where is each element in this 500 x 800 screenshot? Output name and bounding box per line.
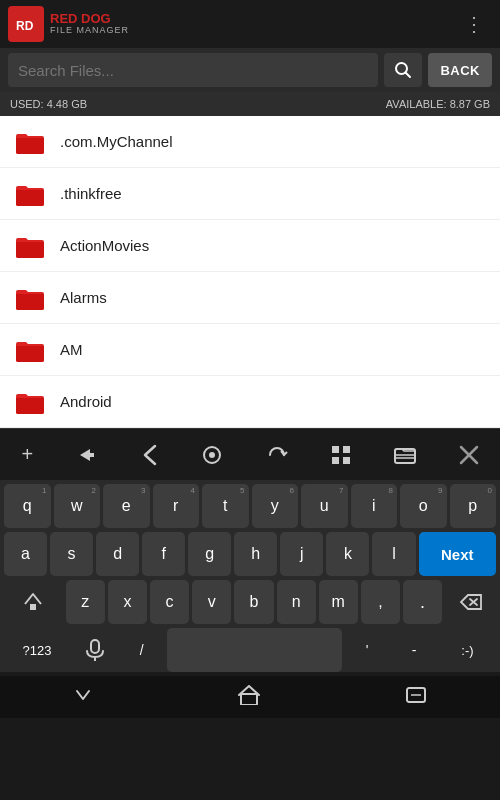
shift-key[interactable] [4, 580, 63, 624]
search-input[interactable] [8, 53, 378, 87]
back-button[interactable]: BACK [428, 53, 492, 87]
keyboard-key[interactable]: , [361, 580, 400, 624]
keyboard-row-1: 1q2w3e4r5t6y7u8i9o0p [4, 484, 496, 528]
keyboard-key[interactable]: z [66, 580, 105, 624]
file-name: ActionMovies [60, 237, 149, 254]
list-item[interactable]: ActionMovies [0, 220, 500, 272]
space-key[interactable] [167, 628, 343, 672]
keyboard-key[interactable]: 9o [400, 484, 447, 528]
svg-point-5 [209, 452, 215, 458]
keyboard-row-3: zxcvbnm,. [4, 580, 496, 624]
list-item[interactable]: .thinkfree [0, 168, 500, 220]
folder-icon [14, 284, 46, 312]
bottom-nav [0, 676, 500, 718]
keyboard-key[interactable]: 5t [202, 484, 249, 528]
keyboard-key[interactable]: v [192, 580, 231, 624]
keyboard-key[interactable]: ?123 [4, 628, 70, 672]
list-item[interactable]: AM [0, 324, 500, 376]
file-name: .com.MyChannel [60, 133, 173, 150]
app-logo-icon: RD [8, 6, 44, 42]
keyboard-key[interactable]: k [326, 532, 369, 576]
keyboard-key[interactable]: - [392, 628, 436, 672]
keyboard-key[interactable]: 7u [301, 484, 348, 528]
keyboard-key[interactable]: h [234, 532, 277, 576]
svg-line-3 [406, 73, 411, 78]
logo-red-dog: RED DOG [50, 12, 129, 25]
keyboard-key[interactable]: 6y [252, 484, 299, 528]
vpn-button[interactable] [191, 436, 233, 474]
folder-icon [14, 388, 46, 416]
folder-icon [14, 128, 46, 156]
keyboard-key[interactable]: 3e [103, 484, 150, 528]
svg-rect-6 [332, 446, 339, 453]
keyboard-key[interactable]: s [50, 532, 93, 576]
keyboard-row-4: ?123/'-:-) [4, 628, 496, 672]
keyboard-key[interactable]: c [150, 580, 189, 624]
nav-home-button[interactable] [218, 677, 280, 718]
list-item[interactable]: Android [0, 376, 500, 428]
logo-text: RED DOG FILE MANAGER [50, 12, 129, 36]
keyboard-key[interactable]: 0p [450, 484, 497, 528]
file-name: AM [60, 341, 83, 358]
nav-back-button[interactable] [53, 677, 113, 718]
available-storage: AVAILABLE: 8.87 GB [386, 98, 490, 110]
svg-rect-18 [91, 640, 99, 653]
svg-rect-15 [30, 604, 36, 610]
keyboard-key[interactable]: g [188, 532, 231, 576]
keyboard-key[interactable]: f [142, 532, 185, 576]
keyboard-key[interactable]: d [96, 532, 139, 576]
keyboard-key[interactable]: 8i [351, 484, 398, 528]
folder-icon [14, 232, 46, 260]
svg-rect-7 [343, 446, 350, 453]
grid-view-button[interactable] [321, 437, 361, 473]
share-button[interactable] [66, 436, 108, 474]
toolbar: + [0, 428, 500, 480]
logo-file-manager: FILE MANAGER [50, 25, 129, 36]
add-button[interactable]: + [11, 435, 43, 474]
keyboard-key[interactable]: Next [419, 532, 497, 576]
keyboard-key[interactable]: l [372, 532, 415, 576]
keyboard-key[interactable]: b [234, 580, 273, 624]
search-bar: BACK [0, 48, 500, 92]
keyboard-key[interactable]: n [277, 580, 316, 624]
keyboard-key[interactable]: x [108, 580, 147, 624]
keyboard: 1q2w3e4r5t6y7u8i9o0p asdfghjklNext zxcvb… [0, 480, 500, 672]
close-button[interactable] [449, 437, 489, 473]
keyboard-key[interactable]: 2w [54, 484, 101, 528]
list-item[interactable]: Alarms [0, 272, 500, 324]
svg-rect-9 [343, 457, 350, 464]
navigate-back-button[interactable] [131, 436, 169, 474]
keyboard-key[interactable]: ' [345, 628, 389, 672]
menu-button[interactable]: ⋮ [456, 8, 492, 40]
keyboard-row-2: asdfghjklNext [4, 532, 496, 576]
folder-view-button[interactable] [384, 437, 426, 473]
microphone-key[interactable] [73, 628, 117, 672]
backspace-key[interactable] [445, 580, 496, 624]
svg-rect-20 [241, 694, 257, 705]
keyboard-key[interactable]: 1q [4, 484, 51, 528]
app-header: RD RED DOG FILE MANAGER ⋮ [0, 0, 500, 48]
keyboard-key[interactable]: m [319, 580, 358, 624]
keyboard-key[interactable]: :-) [439, 628, 496, 672]
used-storage: USED: 4.48 GB [10, 98, 87, 110]
search-button[interactable] [384, 53, 422, 87]
keyboard-key[interactable]: 4r [153, 484, 200, 528]
folder-icon [14, 180, 46, 208]
folder-icon [14, 336, 46, 364]
nav-recents-button[interactable] [385, 678, 447, 717]
storage-bar: USED: 4.48 GB AVAILABLE: 8.87 GB [0, 92, 500, 116]
file-name: .thinkfree [60, 185, 122, 202]
keyboard-key[interactable]: . [403, 580, 442, 624]
file-name: Alarms [60, 289, 107, 306]
refresh-button[interactable] [256, 436, 298, 474]
svg-text:RD: RD [16, 19, 34, 33]
logo-area: RD RED DOG FILE MANAGER [8, 6, 129, 42]
keyboard-key[interactable]: / [120, 628, 164, 672]
keyboard-key[interactable]: j [280, 532, 323, 576]
keyboard-key[interactable]: a [4, 532, 47, 576]
file-name: Android [60, 393, 112, 410]
svg-rect-8 [332, 457, 339, 464]
list-item[interactable]: .com.MyChannel [0, 116, 500, 168]
file-list: .com.MyChannel .thinkfree ActionMovies A… [0, 116, 500, 428]
